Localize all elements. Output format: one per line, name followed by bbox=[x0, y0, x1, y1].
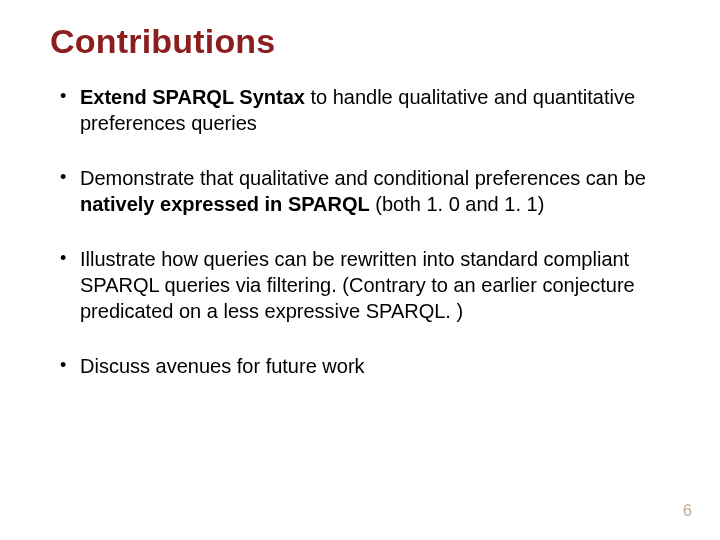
bullet-item: Discuss avenues for future work bbox=[50, 354, 670, 380]
bullet-text: Discuss avenues for future work bbox=[80, 355, 365, 377]
bullet-text: Illustrate how queries can be rewritten … bbox=[80, 248, 635, 321]
bullet-item: Illustrate how queries can be rewritten … bbox=[50, 247, 670, 324]
bullet-text: (both 1. 0 and 1. 1) bbox=[370, 193, 545, 215]
page-number: 6 bbox=[683, 502, 692, 520]
bullet-list: Extend SPARQL Syntax to handle qualitati… bbox=[50, 85, 670, 380]
bullet-text-bold: natively expressed in SPARQL bbox=[80, 193, 370, 215]
bullet-text-bold: Extend SPARQL Syntax bbox=[80, 86, 305, 108]
bullet-item: Extend SPARQL Syntax to handle qualitati… bbox=[50, 85, 670, 136]
bullet-text: Demonstrate that qualitative and conditi… bbox=[80, 167, 646, 189]
bullet-item: Demonstrate that qualitative and conditi… bbox=[50, 166, 670, 217]
slide: Contributions Extend SPARQL Syntax to ha… bbox=[0, 0, 720, 540]
slide-title: Contributions bbox=[50, 22, 670, 61]
